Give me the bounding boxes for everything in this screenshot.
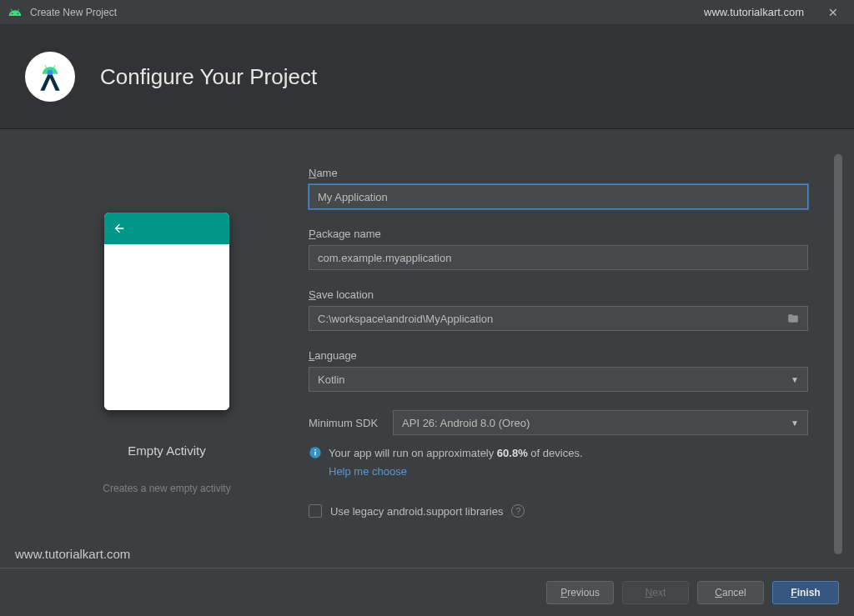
- wizard-footer: Previous Next Cancel Finish: [0, 568, 854, 616]
- window-title: Create New Project: [30, 7, 117, 18]
- finish-button[interactable]: Finish: [772, 581, 839, 604]
- save-location-input[interactable]: [309, 306, 808, 331]
- android-studio-logo: [25, 52, 75, 102]
- save-location-group: Save location: [309, 288, 808, 331]
- name-input[interactable]: [309, 184, 808, 209]
- browse-folder-icon[interactable]: [783, 306, 803, 331]
- back-arrow-icon: [113, 222, 126, 235]
- preview-appbar: [104, 213, 229, 244]
- scrollbar[interactable]: [834, 154, 842, 554]
- sdk-info-text: Your app will run on approximately 60.8%…: [329, 445, 583, 479]
- chevron-down-icon: ▼: [791, 418, 799, 428]
- save-location-label: Save location: [309, 288, 808, 301]
- package-input[interactable]: [309, 245, 808, 270]
- name-label: Name: [309, 167, 808, 179]
- android-icon: [8, 6, 22, 19]
- language-value: Kotlin: [318, 373, 345, 386]
- window-url: www.tutorialkart.com: [704, 6, 804, 18]
- package-group: Package name: [309, 228, 808, 270]
- help-me-choose-link[interactable]: Help me choose: [329, 463, 583, 480]
- sdk-value: API 26: Android 8.0 (Oreo): [402, 417, 530, 429]
- header-banner: Configure Your Project: [0, 25, 854, 129]
- template-name: Empty Activity: [128, 443, 205, 458]
- form-column: Name Package name Save location Language: [309, 167, 829, 551]
- template-description: Creates a new empty activity: [103, 483, 230, 494]
- phone-preview: [104, 213, 229, 410]
- preview-body: [104, 244, 229, 410]
- svg-rect-2: [314, 452, 315, 456]
- page-title: Configure Your Project: [100, 64, 317, 90]
- scrollbar-thumb[interactable]: [834, 154, 842, 554]
- legacy-libs-checkbox[interactable]: [309, 504, 322, 518]
- title-bar: Create New Project www.tutorialkart.com …: [0, 0, 854, 25]
- sdk-group: Minimum SDK API 26: Android 8.0 (Oreo) ▼…: [309, 410, 808, 518]
- sdk-label: Minimum SDK: [309, 417, 378, 429]
- package-label: Package name: [309, 228, 808, 240]
- legacy-libs-label: Use legacy android.support libraries: [330, 505, 503, 518]
- language-select[interactable]: Kotlin ▼: [309, 367, 808, 392]
- language-group: Language Kotlin ▼: [309, 349, 808, 392]
- sdk-info-row: Your app will run on approximately 60.8%…: [309, 445, 808, 479]
- chevron-down-icon: ▼: [791, 375, 799, 384]
- svg-point-0: [48, 70, 53, 76]
- language-label: Language: [309, 349, 808, 362]
- close-icon[interactable]: ✕: [821, 6, 846, 19]
- template-preview-column: Empty Activity Creates a new empty activ…: [25, 167, 309, 551]
- legacy-libs-row: Use legacy android.support libraries ?: [309, 504, 808, 518]
- info-icon: [309, 446, 322, 459]
- wizard-body: Empty Activity Creates a new empty activ…: [0, 129, 854, 568]
- previous-button[interactable]: Previous: [546, 581, 614, 604]
- sdk-select[interactable]: API 26: Android 8.0 (Oreo) ▼: [393, 410, 808, 435]
- wizard-window: Create New Project www.tutorialkart.com …: [0, 0, 854, 616]
- help-icon[interactable]: ?: [511, 504, 525, 518]
- cancel-button[interactable]: Cancel: [697, 581, 764, 604]
- watermark: www.tutorialkart.com: [15, 547, 130, 561]
- next-button: Next: [622, 581, 689, 604]
- name-group: Name: [309, 167, 808, 209]
- svg-rect-3: [314, 449, 315, 450]
